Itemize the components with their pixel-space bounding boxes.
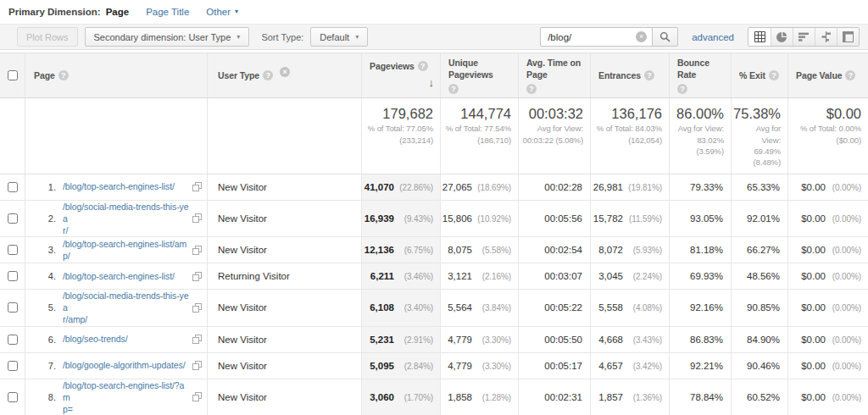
advanced-search-link[interactable]: advanced xyxy=(692,32,734,42)
bounce-rate-value: 79.33% xyxy=(670,182,731,192)
row-checkbox[interactable] xyxy=(8,302,18,313)
page-link[interactable]: /blog/top-search-engines-list/ xyxy=(63,270,189,282)
entrances-value: 26,981 xyxy=(593,182,623,192)
unique-pageviews-value: 4,779 xyxy=(444,335,472,345)
sort-type-button[interactable]: Default▾ xyxy=(310,27,368,47)
column-header-page[interactable]: Page? xyxy=(25,53,208,97)
unique-pageviews-percent: (18.69%) xyxy=(472,183,511,192)
user-type-value: New Visitor xyxy=(218,302,267,313)
open-page-icon[interactable] xyxy=(192,361,202,370)
bounce-rate-value: 69.93% xyxy=(670,271,731,281)
entrances-percent: (2.24%) xyxy=(623,272,662,281)
entrances-value: 15,782 xyxy=(593,213,623,224)
remove-dimension-icon[interactable]: × xyxy=(280,67,290,77)
row-checkbox[interactable] xyxy=(8,335,18,345)
unique-pageviews-value: 4,779 xyxy=(444,361,472,371)
unique-pageviews-percent: (3.30%) xyxy=(472,335,511,345)
page-link[interactable]: /blog/social-media-trends-this-yea r/amp… xyxy=(63,290,189,326)
pageviews-percent: (2.84%) xyxy=(394,362,433,371)
page-link[interactable]: /blog/social-media-trends-this-yea r/ xyxy=(63,201,189,237)
entrances-value: 5,558 xyxy=(594,302,623,313)
pageviews-percent: (2.91%) xyxy=(394,335,433,345)
secondary-dimension-button[interactable]: Secondary dimension: User Type▾ xyxy=(85,27,250,47)
help-icon[interactable]: ? xyxy=(526,84,537,94)
dimension-other[interactable]: Other▾ xyxy=(206,7,238,17)
pageviews-percent: (6.75%) xyxy=(394,246,433,255)
user-type-value: New Visitor xyxy=(218,335,267,345)
pageviews-percent: (3.46%) xyxy=(394,272,433,281)
table-view-button[interactable] xyxy=(748,28,771,46)
row-checkbox[interactable] xyxy=(8,213,18,224)
comparison-view-button[interactable] xyxy=(815,28,837,46)
row-number: 4. xyxy=(34,271,56,281)
row-checkbox[interactable] xyxy=(8,361,18,371)
pivot-view-button[interactable] xyxy=(837,28,859,46)
analytics-report: Primary Dimension: Page Page Title Other… xyxy=(0,0,868,415)
exit-value: 66.27% xyxy=(732,245,787,255)
exit-value: 48.56% xyxy=(732,271,787,281)
open-page-icon[interactable] xyxy=(192,392,202,401)
table-row: 8. /blog/top-search-engines-list/?am p= … xyxy=(0,379,868,415)
bounce-rate-value: 86.83% xyxy=(670,335,731,345)
row-checkbox[interactable] xyxy=(8,271,18,281)
dimension-page[interactable]: Page xyxy=(106,7,130,17)
row-number: 7. xyxy=(34,361,56,371)
column-header-exit[interactable]: % Exit? xyxy=(732,53,788,97)
row-checkbox[interactable] xyxy=(8,392,18,402)
page-link[interactable]: /blog/top-search-engines-list/amp/ xyxy=(63,238,189,262)
user-type-value: New Visitor xyxy=(218,392,267,402)
help-icon[interactable]: ? xyxy=(845,70,855,80)
bounce-rate-value: 78.84% xyxy=(670,392,731,402)
row-checkbox[interactable] xyxy=(8,182,18,192)
row-number: 3. xyxy=(34,245,56,255)
open-page-icon[interactable] xyxy=(192,335,202,344)
column-header-unique-pageviews[interactable]: Unique Pageviews? xyxy=(441,53,519,97)
open-page-icon[interactable] xyxy=(192,246,202,255)
row-checkbox[interactable] xyxy=(8,245,18,255)
sort-descending-icon[interactable]: ↓ xyxy=(429,75,436,91)
page-link[interactable]: /blog/seo-trends/ xyxy=(63,333,189,345)
page-link[interactable]: /blog/top-search-engines-list/ xyxy=(63,180,189,192)
help-icon[interactable]: ? xyxy=(448,84,459,94)
help-icon[interactable]: ? xyxy=(58,70,69,80)
column-header-bounce-rate[interactable]: Bounce Rate? xyxy=(670,53,732,97)
view-toggle-group xyxy=(748,27,860,47)
table-header-row: Page? User Type?× Pageviews?↓ Unique Pag… xyxy=(0,53,868,98)
page-link[interactable]: /blog/google-algorithm-updates/ xyxy=(63,359,189,371)
help-icon[interactable]: ? xyxy=(418,61,428,71)
open-page-icon[interactable] xyxy=(192,303,202,313)
page-value-percent: (0.00%) xyxy=(826,183,861,192)
unique-pageviews-percent: (5.58%) xyxy=(472,246,511,255)
open-page-icon[interactable] xyxy=(192,182,202,191)
avg-time-value: 00:05:50 xyxy=(519,335,590,345)
search-button[interactable] xyxy=(652,27,678,47)
table-row: 2. /blog/social-media-trends-this-yea r/… xyxy=(0,201,868,238)
column-header-pageviews[interactable]: Pageviews?↓ xyxy=(362,53,441,97)
help-icon[interactable]: ? xyxy=(769,70,779,80)
unique-pageviews-value: 1,858 xyxy=(444,392,472,402)
plot-rows-button[interactable]: Plot Rows xyxy=(17,27,78,47)
column-header-entrances[interactable]: Entrances? xyxy=(591,53,670,97)
exit-value: 92.01% xyxy=(732,213,787,224)
page-value-percent: (0.00%) xyxy=(826,272,861,281)
dimension-page-title[interactable]: Page Title xyxy=(146,7,189,17)
performance-view-button[interactable] xyxy=(793,28,815,46)
column-header-user-type[interactable]: User Type?× xyxy=(208,53,362,97)
primary-dimension-bar: Primary Dimension: Page Page Title Other… xyxy=(0,0,868,24)
help-icon[interactable]: ? xyxy=(644,70,654,80)
help-icon[interactable]: ? xyxy=(263,70,273,80)
pageviews-value: 3,060 xyxy=(365,392,394,402)
open-page-icon[interactable] xyxy=(192,213,202,223)
open-page-icon[interactable] xyxy=(192,272,202,281)
column-header-avg-time[interactable]: Avg. Time on Page? xyxy=(519,53,591,97)
percentage-view-button[interactable] xyxy=(771,28,793,46)
column-header-page-value[interactable]: Page Value? xyxy=(788,53,868,97)
entrances-percent: (5.93%) xyxy=(623,246,662,255)
user-type-value: New Visitor xyxy=(218,245,267,255)
select-all-checkbox[interactable] xyxy=(8,70,18,80)
help-icon[interactable]: ? xyxy=(677,84,687,94)
unique-pageviews-value: 27,065 xyxy=(442,182,472,192)
exit-value: 90.85% xyxy=(732,302,787,313)
page-link[interactable]: /blog/top-search-engines-list/?am p= xyxy=(63,379,189,415)
total-unique-pageviews: 144,774 % of Total: 77.54% (186,710) xyxy=(441,98,519,173)
